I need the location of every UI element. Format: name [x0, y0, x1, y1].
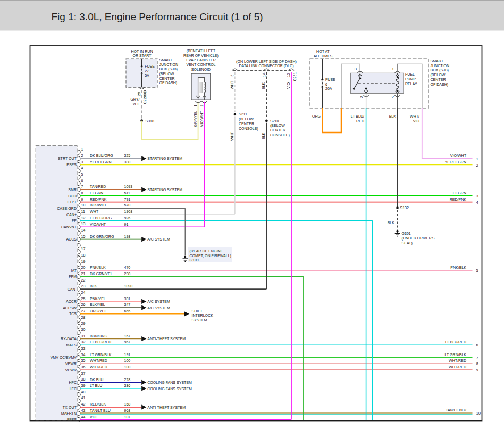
svg-text:20A: 20A [325, 87, 332, 90]
svg-text:IAT: IAT [71, 269, 77, 272]
svg-text:VMV-CC/EVMV: VMV-CC/EVMV [51, 356, 77, 359]
svg-text:TX-OUT: TX-OUT [63, 406, 77, 409]
svg-text:31: 31 [81, 334, 86, 338]
svg-text:42: 42 [81, 402, 86, 406]
svg-text:BOX (SJB): BOX (SJB) [431, 68, 449, 72]
svg-text:C2280D: C2280D [143, 90, 147, 104]
svg-text:5: 5 [81, 172, 83, 176]
svg-text:13: 13 [287, 73, 290, 77]
svg-text:G109: G109 [190, 258, 199, 262]
svg-text:JUNCTION: JUNCTION [431, 64, 450, 68]
svg-text:C251: C251 [293, 72, 297, 81]
svg-text:TAN/RED: TAN/RED [90, 185, 106, 188]
svg-text:(BENEATH LEFT: (BENEATH LEFT [187, 49, 216, 53]
svg-text:FUSE: FUSE [145, 64, 155, 68]
svg-text:7: 7 [81, 185, 83, 188]
svg-text:Fig 1: 3.0L, Engine Performanc: Fig 1: 3.0L, Engine Performance Circuit … [52, 11, 263, 22]
svg-text:PSPS: PSPS [66, 163, 77, 167]
svg-text:(BELOW: (BELOW [239, 117, 254, 121]
svg-text:(BELOW: (BELOW [270, 123, 285, 128]
svg-text:BLK: BLK [388, 221, 395, 225]
svg-text:168: 168 [124, 402, 131, 406]
svg-text:17: 17 [81, 247, 86, 251]
svg-text:CASE GRD: CASE GRD [57, 206, 77, 210]
svg-text:25: 25 [81, 297, 86, 301]
svg-text:VIO: VIO [287, 82, 290, 89]
svg-text:BLK: BLK [262, 132, 265, 139]
svg-text:33: 33 [81, 346, 86, 350]
svg-text:COOLING FANS SYSTEM: COOLING FANS SYSTEM [147, 381, 192, 384]
svg-text:BRN/ORG: BRN/ORG [90, 334, 107, 338]
svg-text:LT GRN/BLK: LT GRN/BLK [90, 353, 112, 357]
svg-text:1: 1 [476, 156, 478, 161]
svg-text:TCS: TCS [69, 312, 77, 316]
svg-text:8: 8 [81, 191, 83, 195]
svg-text:BOX (SJB): BOX (SJB) [159, 67, 178, 71]
svg-text:RED/PNK: RED/PNK [90, 197, 107, 201]
svg-text:BOO: BOO [68, 194, 77, 198]
svg-text:ACCS: ACCS [66, 237, 77, 241]
svg-text:ANTI-THEFT SYSTEM: ANTI-THEFT SYSTEM [147, 406, 186, 409]
svg-text:470: 470 [124, 266, 131, 269]
svg-text:1: 1 [81, 147, 83, 151]
svg-text:LT GRN/BLK: LT GRN/BLK [445, 353, 467, 357]
svg-text:RED/PNK: RED/PNK [450, 197, 467, 201]
svg-text:VIO/WHT: VIO/WHT [450, 154, 467, 158]
svg-text:(BELOW: (BELOW [159, 72, 174, 76]
svg-text:PNK/YEL: PNK/YEL [90, 297, 106, 301]
svg-text:9: 9 [81, 197, 83, 201]
svg-text:1093: 1093 [124, 185, 133, 188]
svg-text:6: 6 [325, 82, 327, 86]
svg-text:ACCR: ACCR [66, 300, 77, 303]
svg-text:FUSE: FUSE [325, 78, 335, 81]
svg-text:FFPS: FFPS [67, 418, 77, 422]
svg-text:WHT: WHT [90, 210, 99, 213]
svg-text:FTPT: FTPT [67, 200, 77, 204]
svg-text:DK GRN/YEL: DK GRN/YEL [90, 272, 113, 276]
svg-text:386: 386 [124, 384, 131, 387]
svg-text:10: 10 [476, 411, 481, 416]
svg-text:WHT/RED: WHT/RED [90, 365, 107, 369]
svg-text:STRT-OUT: STRT-OUT [58, 156, 77, 160]
svg-text:20: 20 [81, 266, 86, 269]
svg-text:BLK/YEL: BLK/YEL [90, 303, 105, 307]
svg-text:10: 10 [81, 203, 86, 207]
svg-text:VPWR: VPWR [65, 362, 77, 366]
svg-text:CAN-: CAN- [68, 287, 77, 291]
svg-text:6: 6 [230, 75, 234, 77]
svg-text:LT BLU/: LT BLU/ [351, 114, 364, 118]
svg-text:LT BLU/RED: LT BLU/RED [445, 340, 466, 344]
svg-text:ORG: ORG [312, 114, 321, 118]
svg-text:331: 331 [124, 297, 131, 301]
svg-text:26: 26 [81, 303, 86, 307]
svg-text:OF DASH): OF DASH) [431, 82, 449, 87]
svg-text:YEL: YEL [132, 102, 139, 106]
svg-text:1908: 1908 [124, 210, 133, 213]
svg-text:A/C SYSTEM: A/C SYSTEM [147, 237, 170, 241]
svg-text:167: 167 [124, 334, 131, 338]
svg-text:3: 3 [355, 67, 357, 71]
svg-text:38: 38 [81, 377, 86, 381]
svg-text:2: 2 [476, 163, 478, 168]
svg-text:29: 29 [81, 321, 86, 325]
svg-text:A/C SYSTEM: A/C SYSTEM [147, 300, 170, 303]
svg-text:11: 11 [81, 210, 85, 213]
svg-text:32: 32 [81, 340, 86, 344]
svg-text:PNK/BLK: PNK/BLK [90, 266, 106, 269]
svg-text:7: 7 [476, 356, 478, 360]
svg-text:30: 30 [81, 328, 86, 332]
svg-text:CONSOLE): CONSOLE) [270, 133, 290, 137]
svg-text:791: 791 [124, 197, 131, 201]
svg-text:36: 36 [81, 365, 86, 369]
svg-text:COMPT, ON FIREWALL): COMPT, ON FIREWALL) [190, 254, 231, 258]
svg-text:100: 100 [124, 359, 131, 362]
svg-text:CAN+: CAN+ [66, 213, 77, 217]
svg-text:18: 18 [81, 253, 86, 257]
svg-text:A/C SYSTEM: A/C SYSTEM [147, 306, 170, 310]
svg-text:HFC: HFC [69, 381, 77, 384]
svg-text:VIO/WHT: VIO/WHT [90, 222, 106, 226]
svg-text:DK BLU/ORG: DK BLU/ORG [90, 154, 113, 158]
svg-text:STARTING SYSTEM: STARTING SYSTEM [147, 156, 182, 160]
svg-text:(UNDER DRIVER'S: (UNDER DRIVER'S [402, 236, 435, 241]
svg-text:SMR: SMR [68, 188, 77, 192]
